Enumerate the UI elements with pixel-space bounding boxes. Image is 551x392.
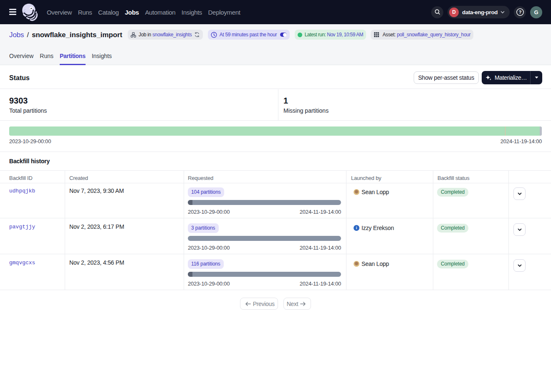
svg-text:?: ? [518, 10, 521, 15]
